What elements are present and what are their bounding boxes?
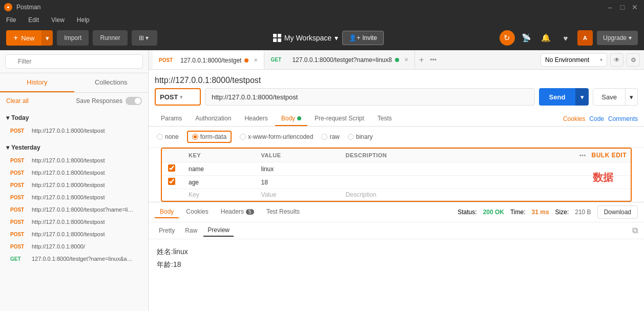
code-link[interactable]: Code xyxy=(589,115,604,122)
resp-tab-headers[interactable]: Headers 5 xyxy=(216,206,259,218)
settings-button[interactable]: ⚙ xyxy=(627,53,640,67)
row-description[interactable] xyxy=(340,176,480,189)
save-dropdown-button[interactable]: ▾ xyxy=(626,88,638,106)
close-button[interactable]: ✕ xyxy=(630,2,640,12)
workspace-button[interactable]: My Workspace ▾ xyxy=(273,34,338,42)
tab-body[interactable]: Body xyxy=(275,112,307,126)
add-tab-button[interactable]: + xyxy=(415,55,428,65)
view-tab-pretty[interactable]: Pretty xyxy=(155,225,179,236)
import-button[interactable]: Import xyxy=(57,30,89,46)
new-row-description[interactable]: Description xyxy=(340,189,480,201)
view-tab-raw[interactable]: Raw xyxy=(181,225,201,236)
list-item[interactable]: POST http://127.0.0.1:8000/testpost xyxy=(0,216,148,228)
list-item[interactable]: POST http://127.0.0.1:8000/testpost xyxy=(0,179,148,191)
radio-inner xyxy=(194,135,197,138)
new-dropdown-button[interactable]: ▾ xyxy=(41,30,53,46)
data-annotation: 数据 xyxy=(593,171,613,184)
env-dropdown[interactable]: No Environment ▾ xyxy=(541,53,607,67)
list-item[interactable]: POST http://127.0.0.1:8000/testpost?name… xyxy=(0,203,148,216)
minimize-button[interactable]: – xyxy=(605,2,615,12)
tab-prerequest[interactable]: Pre-request Script xyxy=(308,112,370,126)
radio-circle-form-data xyxy=(192,134,198,140)
send-button[interactable]: Send xyxy=(539,88,576,106)
radio-binary[interactable]: binary xyxy=(348,133,373,140)
resp-tab-cookies[interactable]: Cookies xyxy=(181,206,213,218)
row-checkbox[interactable] xyxy=(168,178,175,185)
response-header: Body Cookies Headers 5 Test Results Stat… xyxy=(149,202,644,222)
window-controls[interactable]: – □ ✕ xyxy=(605,2,640,12)
row-checkbox[interactable] xyxy=(168,164,175,172)
history-group-label-today: ▾ Today xyxy=(0,111,148,125)
menu-edit[interactable]: Edit xyxy=(26,15,41,25)
resp-tab-body[interactable]: Body xyxy=(155,206,179,218)
row-key[interactable]: name xyxy=(182,162,255,176)
bell-button[interactable]: 🔔 xyxy=(538,30,554,46)
toggle-switch[interactable] xyxy=(126,97,142,105)
save-button[interactable]: Save xyxy=(593,88,626,106)
list-item[interactable]: POST http://127.0.0.1:8000/testpost xyxy=(0,167,148,179)
maximize-button[interactable]: □ xyxy=(617,2,628,12)
row-key[interactable]: age xyxy=(182,176,255,189)
title-bar-left: ● Postman xyxy=(4,3,40,11)
menu-help[interactable]: Help xyxy=(75,15,92,25)
radio-form-data[interactable]: form-data xyxy=(187,131,232,143)
cookies-link[interactable]: Cookies xyxy=(563,115,585,122)
send-dropdown-button[interactable]: ▾ xyxy=(575,88,589,106)
menu-view[interactable]: View xyxy=(49,15,67,25)
tab-headers[interactable]: Headers xyxy=(238,112,274,126)
view-tab-preview[interactable]: Preview xyxy=(203,224,234,237)
table-row: age 18 xyxy=(162,176,631,189)
tab-tests[interactable]: Tests xyxy=(371,112,398,126)
list-item[interactable]: POST http://127.0.0.1:8000/testpost xyxy=(0,154,148,167)
search-input[interactable] xyxy=(5,54,143,69)
tab-close-button[interactable]: ✕ xyxy=(254,57,258,63)
method-select[interactable]: POST ▾ xyxy=(155,88,201,106)
radio-none[interactable]: none xyxy=(157,133,179,140)
eye-button[interactable]: 👁 xyxy=(610,53,624,67)
heart-button[interactable]: ♥ xyxy=(558,30,573,46)
more-options-icon[interactable]: ••• xyxy=(579,152,586,158)
bulk-edit-button[interactable]: Bulk Edit xyxy=(592,152,627,159)
tab-authorization[interactable]: Authorization xyxy=(189,112,237,126)
history-url: 127.0.0.1:8000/testget?name=linux&age=18 xyxy=(32,256,134,262)
clear-all-button[interactable]: Clear all xyxy=(6,97,29,105)
response-status: Status: 200 OK Time: 31 ms Size: 210 B D… xyxy=(458,205,638,219)
list-item[interactable]: POST http://127.0.0.1:8000/ xyxy=(0,240,148,253)
new-row-key[interactable]: Key xyxy=(182,189,255,201)
upgrade-button[interactable]: Upgrade ▾ xyxy=(597,31,638,45)
tab-get-testget[interactable]: GET 127.0.0.1:8000/testget?name=linux8 ✕ xyxy=(264,50,414,69)
new-row-value[interactable]: Value xyxy=(255,189,340,201)
antenna-button[interactable]: 📡 xyxy=(519,30,534,46)
runner-button[interactable]: Runner xyxy=(93,30,127,46)
download-button[interactable]: Download xyxy=(597,205,638,219)
request-tabs: Params Authorization Headers Body Pre-re… xyxy=(149,108,644,127)
row-value[interactable]: 18 xyxy=(255,176,340,189)
radio-urlencoded[interactable]: x-www-form-urlencoded xyxy=(240,133,313,140)
radio-raw[interactable]: raw xyxy=(321,133,339,140)
row-value[interactable]: linux xyxy=(255,162,340,176)
url-input[interactable] xyxy=(205,88,535,106)
sync-button[interactable]: ↻ xyxy=(500,30,515,46)
resp-tab-test-results[interactable]: Test Results xyxy=(261,206,305,218)
list-item[interactable]: POST http://127.0.0.1:8000/testpost xyxy=(0,125,148,137)
sidebar-tab-collections[interactable]: Collections xyxy=(74,73,149,92)
comments-link[interactable]: Comments xyxy=(608,115,638,122)
sidebar-tab-history[interactable]: History xyxy=(0,73,74,92)
tab-post-testpost[interactable]: POST 127.0.0.1:8000/testget ✕ xyxy=(153,50,264,69)
avatar-button[interactable]: A xyxy=(577,30,593,46)
tab-more-button[interactable]: ••• xyxy=(428,56,439,64)
copy-button[interactable]: ⧉ xyxy=(632,226,638,235)
row-description[interactable] xyxy=(340,162,480,176)
tab-url: 127.0.0.1:8000/testget xyxy=(180,57,241,64)
list-item[interactable]: GET 127.0.0.1:8000/testget?name=linux&ag… xyxy=(0,253,148,265)
tab-params[interactable]: Params xyxy=(155,112,188,126)
response-section: Body Cookies Headers 5 Test Results Stat… xyxy=(149,202,644,311)
list-item[interactable]: POST http://127.0.0.1:8000/testpost xyxy=(0,228,148,240)
menu-file[interactable]: File xyxy=(4,15,18,25)
new-button[interactable]: + New xyxy=(6,30,41,46)
icon-btn-extra[interactable]: ⊞ ▾ xyxy=(132,30,157,46)
list-item[interactable]: POST http://127.0.0.1:8000/testpost xyxy=(0,191,148,203)
invite-button[interactable]: 👤+ Invite xyxy=(342,31,384,45)
tab-close-button[interactable]: ✕ xyxy=(404,57,408,63)
tab-dot xyxy=(244,58,248,63)
